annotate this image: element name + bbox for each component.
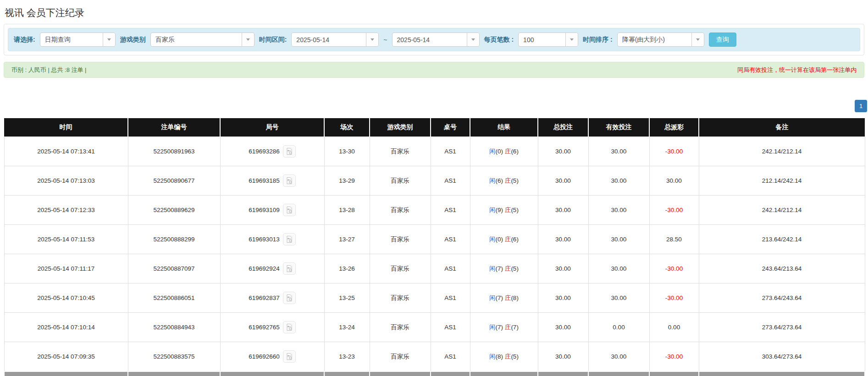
date-to-select[interactable]: 2025-05-14 bbox=[392, 33, 480, 47]
video-replay-icon bbox=[286, 206, 293, 213]
banker-result: 庄 bbox=[505, 294, 511, 301]
header-table-id: 桌号 bbox=[431, 118, 470, 137]
time-range-label: 时间区间: bbox=[259, 36, 287, 44]
cell-time: 2025-05-14 07:10:45 bbox=[4, 283, 128, 313]
cell-result: 闲(0) 庄(6) bbox=[470, 225, 538, 254]
cell-remark: 212.14/242.14 bbox=[699, 166, 865, 196]
cell-game: 百家乐 bbox=[370, 283, 431, 313]
cell-result: 闲(7) 庄(7) bbox=[470, 313, 538, 342]
cell-bet-id: 522500884943 bbox=[128, 313, 220, 342]
player-result: 闲 bbox=[489, 177, 496, 184]
cell-payout: 0.00 bbox=[649, 313, 699, 342]
cell-table-id: AS1 bbox=[431, 137, 470, 166]
table-row: 2025-05-14 07:10:45 522500886051 6196928… bbox=[4, 283, 865, 313]
cell-payout: -30.00 bbox=[649, 137, 699, 166]
chevron-down-icon[interactable] bbox=[103, 33, 115, 46]
mode-select-value: 日期查询 bbox=[40, 33, 103, 46]
video-replay-button[interactable] bbox=[283, 204, 296, 216]
game-type-select[interactable]: 百家乐 bbox=[150, 33, 254, 47]
table-row: 2025-05-14 07:09:35 522500883575 6196926… bbox=[4, 342, 865, 372]
cell-table-id: AS1 bbox=[431, 342, 470, 372]
cell-result: 闲(9) 庄(5) bbox=[470, 196, 538, 225]
chevron-down-icon[interactable] bbox=[691, 33, 704, 46]
subtotal-valid-bet: 210.00 bbox=[588, 371, 649, 376]
cell-session: 13-24 bbox=[324, 313, 370, 342]
cell-valid-bet: 30.00 bbox=[588, 254, 649, 283]
table-body: 2025-05-14 07:13:41 522500891963 6196932… bbox=[4, 137, 865, 372]
player-result: 闲 bbox=[489, 236, 496, 243]
chevron-down-icon[interactable] bbox=[467, 33, 479, 46]
subtotal-payout: -91.50 bbox=[649, 371, 699, 376]
banker-result: 庄 bbox=[505, 353, 511, 360]
cell-round-id: 619692660 bbox=[220, 342, 324, 372]
cell-table-id: AS1 bbox=[431, 196, 470, 225]
subtotal-label: 小计 bbox=[4, 371, 128, 376]
cell-session: 13-28 bbox=[324, 196, 370, 225]
cell-table-id: AS1 bbox=[431, 166, 470, 196]
mode-select[interactable]: 日期查询 bbox=[40, 33, 116, 47]
cell-time: 2025-05-14 07:11:53 bbox=[4, 225, 128, 254]
cell-remark: 243.64/213.64 bbox=[699, 254, 865, 283]
cell-round-id: 619693185 bbox=[220, 166, 324, 196]
video-replay-button[interactable] bbox=[283, 321, 296, 333]
video-replay-icon bbox=[286, 323, 293, 331]
subtotal-count: 8 bbox=[128, 371, 220, 376]
cell-round-id: 619693013 bbox=[220, 225, 324, 254]
cell-payout: -30.00 bbox=[649, 254, 699, 283]
player-result: 闲 bbox=[489, 353, 496, 360]
cell-time: 2025-05-14 07:09:35 bbox=[4, 342, 128, 372]
time-sort-label: 时间排序 : bbox=[583, 36, 613, 44]
cell-result: 闲(8) 庄(5) bbox=[470, 342, 538, 372]
per-page-select[interactable]: 100 bbox=[518, 33, 578, 47]
chevron-down-icon[interactable] bbox=[242, 33, 254, 46]
date-from-select[interactable]: 2025-05-14 bbox=[291, 33, 379, 47]
cell-payout: 28.50 bbox=[649, 225, 699, 254]
cell-valid-bet: 30.00 bbox=[588, 137, 649, 166]
cell-session: 13-26 bbox=[324, 254, 370, 283]
page-title: 视讯 会员下注纪录 bbox=[0, 0, 868, 24]
currency-summary-text: 币别 : 人民币 | 总共 :8 注单 | bbox=[11, 66, 87, 74]
cell-remark: 303.64/273.64 bbox=[699, 342, 865, 372]
page-number-button[interactable]: 1 bbox=[855, 100, 867, 112]
header-session: 场次 bbox=[324, 118, 370, 137]
time-sort-value: 降幂(由大到小) bbox=[618, 33, 691, 46]
cell-session: 13-25 bbox=[324, 283, 370, 313]
video-replay-icon bbox=[286, 294, 293, 301]
video-replay-icon bbox=[286, 353, 293, 360]
cell-game: 百家乐 bbox=[370, 196, 431, 225]
banker-result: 庄 bbox=[505, 324, 511, 331]
video-replay-button[interactable] bbox=[283, 174, 296, 187]
table-row: 2025-05-14 07:11:17 522500887097 6196929… bbox=[4, 254, 865, 283]
cell-game: 百家乐 bbox=[370, 342, 431, 372]
cell-bet-id: 522500891963 bbox=[128, 137, 220, 166]
cell-time: 2025-05-14 07:13:41 bbox=[4, 137, 128, 166]
cell-remark: 273.64/273.64 bbox=[699, 313, 865, 342]
cell-time: 2025-05-14 07:13:03 bbox=[4, 166, 128, 196]
video-replay-button[interactable] bbox=[283, 233, 296, 245]
chevron-down-icon[interactable] bbox=[366, 33, 378, 46]
cell-round-id: 619692837 bbox=[220, 283, 324, 313]
table-row: 2025-05-14 07:13:41 522500891963 6196932… bbox=[4, 137, 865, 166]
game-type-label: 游戏类别 bbox=[120, 36, 146, 44]
player-result: 闲 bbox=[489, 148, 496, 155]
summary-bar: 币别 : 人民币 | 总共 :8 注单 | 同局有效投注，统一计算在该局第一张注… bbox=[4, 62, 864, 78]
cell-result: 闲(7) 庄(8) bbox=[470, 283, 538, 313]
betting-records-table: 时间 注单编号 局号 场次 游戏类别 桌号 结果 总投注 有效投注 总派彩 备注… bbox=[4, 118, 865, 376]
time-sort-select[interactable]: 降幂(由大到小) bbox=[617, 33, 704, 47]
video-replay-button[interactable] bbox=[283, 145, 296, 158]
chevron-down-icon[interactable] bbox=[565, 33, 578, 46]
search-button[interactable]: 查询 bbox=[709, 33, 736, 47]
cell-bet-id: 522500883575 bbox=[128, 342, 220, 372]
cell-total-bet: 30.00 bbox=[538, 283, 588, 313]
video-replay-icon bbox=[286, 265, 293, 272]
cell-bet-id: 522500890677 bbox=[128, 166, 220, 196]
cell-remark: 213.64/242.14 bbox=[699, 225, 865, 254]
cell-payout: -30.00 bbox=[649, 342, 699, 372]
cell-total-bet: 30.00 bbox=[538, 342, 588, 372]
cell-valid-bet: 30.00 bbox=[588, 225, 649, 254]
table-row: 2025-05-14 07:13:03 522500890677 6196931… bbox=[4, 166, 865, 196]
header-time: 时间 bbox=[4, 118, 128, 137]
video-replay-button[interactable] bbox=[283, 350, 296, 363]
video-replay-button[interactable] bbox=[283, 292, 296, 304]
video-replay-button[interactable] bbox=[283, 262, 296, 275]
